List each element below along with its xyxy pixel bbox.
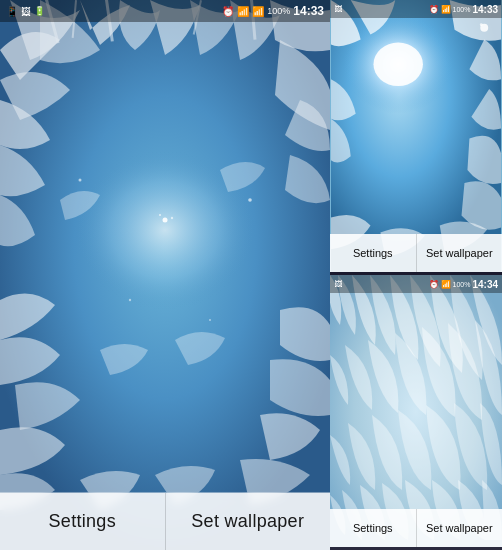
frost-wallpaper-right-bottom (330, 275, 502, 547)
time-right-top: 14:33 (472, 4, 498, 15)
set-wallpaper-button-sm2[interactable]: Set wallpaper (417, 509, 503, 547)
svg-point-9 (171, 217, 173, 219)
battery-sm: 100% (453, 6, 471, 13)
right-bottom-phone: 🖼 ⏰ 📶 100% 14:34 (330, 275, 502, 547)
photo-icon-sm2: 🖼 (334, 280, 342, 289)
time-right-bottom: 14:34 (472, 279, 498, 290)
battery-sm2: 100% (453, 281, 471, 288)
settings-button-sm[interactable]: Settings (330, 234, 417, 272)
wifi-icon-sm2: 📶 (441, 280, 451, 289)
right-top-phone: 🖼 ⏰ 📶 100% 14:33 (330, 0, 502, 275)
time-display: 14:33 (293, 4, 324, 18)
status-bar-right-bottom: 🖼 ⏰ 📶 100% 14:34 (330, 275, 502, 293)
bottom-buttons-right-top: Settings Set wallpaper (330, 234, 502, 272)
bottom-buttons-left: Settings Set wallpaper (0, 492, 330, 550)
status-bar-right-top: 🖼 ⏰ 📶 100% 14:33 (330, 0, 502, 18)
alarm-icon-sm: ⏰ (429, 5, 439, 14)
svg-point-18 (480, 23, 483, 26)
svg-point-10 (79, 179, 82, 182)
right-panel: 🖼 ⏰ 📶 100% 14:33 (330, 0, 502, 550)
svg-point-16 (373, 43, 422, 87)
svg-point-13 (209, 319, 211, 321)
settings-button-sm2[interactable]: Settings (330, 509, 417, 547)
notification-icon: 📱 (6, 6, 18, 17)
battery-icon: 🔋 (34, 6, 45, 16)
svg-point-8 (159, 214, 161, 216)
status-bar-left: 📱 🖼 🔋 ⏰ 📶 📶 100% 14:33 (0, 0, 330, 22)
alarm-icon: ⏰ (222, 6, 234, 17)
photo-icon-sm: 🖼 (334, 5, 342, 14)
left-phone-panel: 📱 🖼 🔋 ⏰ 📶 📶 100% 14:33 (0, 0, 330, 550)
frost-wallpaper-left (0, 0, 330, 550)
photo-icon: 🖼 (21, 6, 31, 17)
svg-point-12 (129, 299, 131, 301)
alarm-icon-sm2: ⏰ (429, 280, 439, 289)
svg-point-7 (163, 218, 168, 223)
svg-point-11 (248, 198, 252, 202)
bottom-buttons-right-bottom: Settings Set wallpaper (330, 509, 502, 547)
wifi-icon: 📶 (237, 6, 249, 17)
frost-wallpaper-right-top (330, 0, 502, 272)
set-wallpaper-button-sm[interactable]: Set wallpaper (417, 234, 503, 272)
wifi-icon-sm: 📶 (441, 5, 451, 14)
battery-percent: 100% (267, 6, 290, 16)
settings-button[interactable]: Settings (0, 493, 166, 550)
set-wallpaper-button[interactable]: Set wallpaper (166, 493, 331, 550)
signal-icon: 📶 (252, 6, 264, 17)
